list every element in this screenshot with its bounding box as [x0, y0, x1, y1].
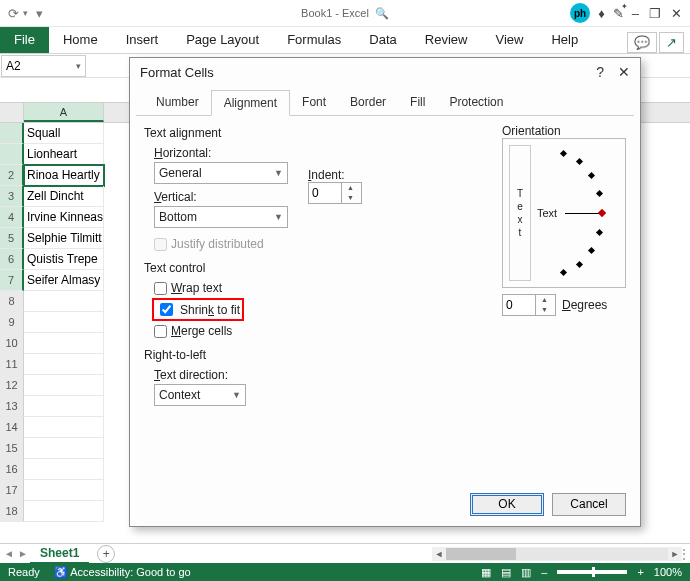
close-button[interactable]: ✕ — [671, 6, 682, 21]
col-header-a[interactable]: A — [24, 103, 104, 122]
row-header[interactable]: 18 — [0, 501, 24, 522]
chevron-down-icon[interactable]: ▾ — [76, 61, 81, 71]
row-header[interactable]: 6 — [0, 249, 24, 270]
spin-up-icon[interactable]: ▲ — [536, 295, 553, 305]
sheet-prev-icon[interactable]: ◄ — [4, 548, 14, 559]
row-header[interactable]: 11 — [0, 354, 24, 375]
tab-help[interactable]: Help — [537, 26, 592, 53]
search-icon[interactable]: 🔍 — [375, 7, 389, 20]
tab-home[interactable]: Home — [49, 26, 112, 53]
comments-button[interactable]: 💬 — [627, 32, 657, 53]
grid-cell[interactable] — [24, 501, 104, 522]
grid-cell[interactable]: Seifer Almasy — [24, 270, 104, 291]
vertical-combo[interactable]: Bottom ▼ — [154, 206, 288, 228]
orientation-pointer[interactable] — [598, 209, 606, 217]
dlg-tab-border[interactable]: Border — [338, 90, 398, 115]
sheet-next-icon[interactable]: ► — [18, 548, 28, 559]
wand-icon[interactable]: ✎✦ — [613, 6, 624, 21]
tab-view[interactable]: View — [481, 26, 537, 53]
row-header[interactable]: 9 — [0, 312, 24, 333]
dialog-close-button[interactable]: ✕ — [618, 64, 630, 80]
zoom-out-button[interactable]: – — [541, 566, 547, 578]
restore-button[interactable]: ❐ — [649, 6, 661, 21]
diamond-icon[interactable]: ♦ — [598, 6, 605, 21]
degrees-value[interactable] — [503, 298, 535, 312]
view-normal-icon[interactable]: ▦ — [481, 566, 491, 579]
row-header[interactable] — [0, 144, 24, 165]
view-break-icon[interactable]: ▥ — [521, 566, 531, 579]
tab-page-layout[interactable]: Page Layout — [172, 26, 273, 53]
share-button[interactable]: ↗ — [659, 32, 684, 53]
row-header[interactable]: 13 — [0, 396, 24, 417]
scroll-right-icon[interactable]: ► — [668, 549, 682, 559]
row-header[interactable]: 10 — [0, 333, 24, 354]
row-header[interactable]: 8 — [0, 291, 24, 312]
grid-cell[interactable] — [24, 312, 104, 333]
text-direction-combo[interactable]: Context ▼ — [154, 384, 246, 406]
row-header[interactable]: 16 — [0, 459, 24, 480]
spin-down-icon[interactable]: ▼ — [536, 305, 553, 315]
grid-cell[interactable] — [24, 396, 104, 417]
zoom-in-button[interactable]: + — [637, 566, 643, 578]
view-page-icon[interactable]: ▤ — [501, 566, 511, 579]
indent-spinner[interactable]: ▲▼ — [308, 182, 362, 204]
tab-formulas[interactable]: Formulas — [273, 26, 355, 53]
scroll-left-icon[interactable]: ◄ — [432, 549, 446, 559]
dlg-tab-font[interactable]: Font — [290, 90, 338, 115]
row-header[interactable]: 5 — [0, 228, 24, 249]
grid-cell[interactable]: Irvine Kinneas — [24, 207, 104, 228]
row-header[interactable]: 15 — [0, 438, 24, 459]
dlg-tab-protection[interactable]: Protection — [437, 90, 515, 115]
orientation-dial[interactable]: Text — [535, 145, 619, 281]
grid-cell[interactable] — [24, 333, 104, 354]
grid-cell[interactable] — [24, 438, 104, 459]
row-header[interactable] — [0, 123, 24, 144]
horizontal-scrollbar[interactable]: ◄ ► — [432, 547, 682, 561]
name-box[interactable]: A2 ▾ — [1, 55, 86, 77]
grid-cell[interactable] — [24, 459, 104, 480]
grid-cell[interactable] — [24, 375, 104, 396]
row-header[interactable]: 3 — [0, 186, 24, 207]
row-header[interactable]: 7 — [0, 270, 24, 291]
shrink-to-fit-checkbox[interactable] — [160, 303, 173, 316]
minimize-button[interactable]: – — [632, 6, 639, 21]
row-header[interactable]: 2 — [0, 165, 24, 186]
spin-down-icon[interactable]: ▼ — [342, 193, 359, 203]
row-header[interactable]: 4 — [0, 207, 24, 228]
grid-cell[interactable] — [24, 291, 104, 312]
orientation-box[interactable]: Text Text — [502, 138, 626, 288]
ok-button[interactable]: OK — [470, 493, 544, 516]
row-header[interactable]: 14 — [0, 417, 24, 438]
merge-cells-checkbox[interactable]: Merge cells — [154, 324, 488, 338]
wrap-text-checkbox[interactable]: Wrap text — [154, 281, 488, 295]
scroll-thumb[interactable] — [446, 548, 516, 560]
grid-cell[interactable] — [24, 417, 104, 438]
row-header[interactable]: 17 — [0, 480, 24, 501]
sheet-tab[interactable]: Sheet1 — [30, 544, 89, 564]
zoom-level[interactable]: 100% — [654, 566, 682, 578]
select-all-corner[interactable] — [0, 103, 24, 122]
grid-cell[interactable]: Zell Dincht — [24, 186, 104, 207]
add-sheet-button[interactable]: + — [97, 545, 115, 563]
help-button[interactable]: ? — [596, 64, 604, 80]
grid-cell[interactable] — [24, 354, 104, 375]
grid-cell[interactable]: Rinoa Heartly — [24, 165, 104, 186]
grid-cell[interactable]: Squall — [24, 123, 104, 144]
cancel-button[interactable]: Cancel — [552, 493, 626, 516]
spin-up-icon[interactable]: ▲ — [342, 183, 359, 193]
dlg-tab-alignment[interactable]: Alignment — [211, 90, 290, 116]
grid-cell[interactable] — [24, 480, 104, 501]
indent-value[interactable] — [309, 186, 341, 200]
grid-cell[interactable]: Lionheart — [24, 144, 104, 165]
grid-cell[interactable]: Quistis Trepe — [24, 249, 104, 270]
degrees-spinner[interactable]: ▲▼ — [502, 294, 556, 316]
horizontal-combo[interactable]: General ▼ — [154, 162, 288, 184]
accessibility-status[interactable]: ♿ Accessibility: Good to go — [54, 566, 191, 579]
orientation-vertical-text[interactable]: Text — [509, 145, 531, 281]
dlg-tab-fill[interactable]: Fill — [398, 90, 437, 115]
tab-review[interactable]: Review — [411, 26, 482, 53]
tab-data[interactable]: Data — [355, 26, 410, 53]
zoom-slider[interactable] — [557, 570, 627, 574]
dlg-tab-number[interactable]: Number — [144, 90, 211, 115]
tab-file[interactable]: File — [0, 26, 49, 53]
